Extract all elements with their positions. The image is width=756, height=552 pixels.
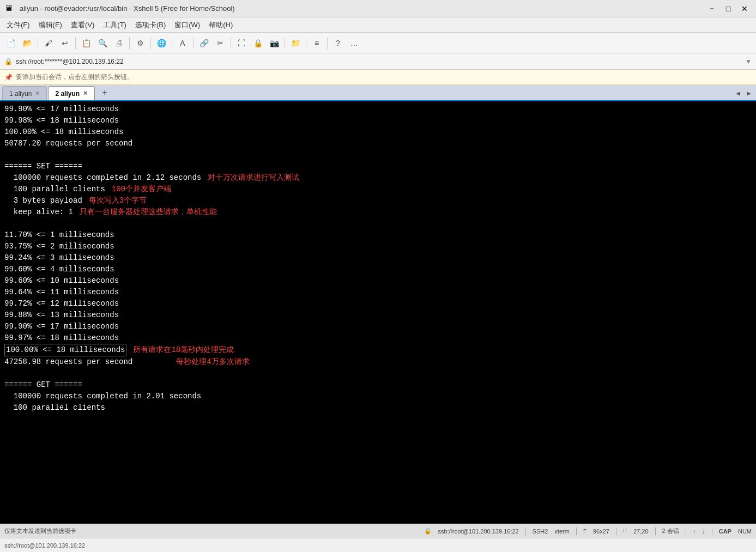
status-cap: CAP [719,528,731,535]
maximize-button[interactable]: □ [721,3,735,14]
status-upload-icon: ↑ [693,528,696,535]
term-line-get-header: ====== GET ====== [4,379,752,391]
tab-1-close[interactable]: ✕ [35,90,40,97]
menu-button[interactable]: ≡ [309,35,324,51]
print-button[interactable]: 🖨 [111,35,126,51]
term-line-set-3: 3 bytes payload 每次写入3个字节 [4,195,752,207]
app-icon: 🖥 [4,3,15,14]
term-line-p5: 99.60% <= 10 milliseconds [4,275,752,287]
info-icon: 📌 [4,74,13,81]
term-line-blank3 [4,368,752,379]
new-session-button[interactable]: 📄 [3,35,19,51]
term-line-p2: 93.75% <= 2 milliseconds [4,241,752,252]
status-bar: 仅将文本发送到当前选项卡 🔒 ssh://root@101.200.139.16… [0,524,756,538]
status-term: xterm [554,528,570,535]
menu-view[interactable]: 查看(V) [66,19,99,32]
inputbar-text: ssh://root@101.200.139.16:22 [4,542,85,549]
status-divider-6 [712,527,712,535]
term-line-3: 100.00% <= 18 milliseconds [4,126,752,138]
term-line-p11-highlighted: 100.00% <= 18 milliseconds 所有请求在18毫秒内处理完… [4,344,752,356]
menu-window[interactable]: 窗口(W) [170,19,204,32]
term-line-blank1 [4,149,752,161]
status-download-icon: ↓ [702,528,705,535]
menu-file[interactable]: 文件(F) [2,19,34,32]
tab-2-aliyun[interactable]: 2 aliyun ✕ [48,86,95,100]
address-text: ssh://root:*******@101.200.139.16:22 [16,58,745,65]
term-line-get-1: 100000 requests completed in 2.01 second… [4,391,752,402]
menu-edit[interactable]: 编辑(E) [34,19,66,32]
term-line-1: 99.90% <= 17 milliseconds [4,104,752,115]
menu-tabs[interactable]: 选项卡(B) [131,19,170,32]
close-button[interactable]: ✕ [737,3,752,14]
term-line-2: 99.98% <= 18 milliseconds [4,115,752,126]
properties-button[interactable]: ⚙ [132,35,148,51]
term-line-set-4: keep alive: 1 只有一台服务器处理这些请求，单机性能 [4,207,752,218]
term-line-get-2: 100 parallel clients [4,402,752,414]
status-num: NUM [738,528,752,535]
screenshot-button[interactable]: 📷 [267,35,282,51]
status-sessions: 2 会话 [662,527,679,535]
tab-nav-right-icon[interactable]: ▶ [744,88,754,98]
extra-button[interactable]: … [347,35,362,51]
status-lock-icon: 🔒 [424,527,432,535]
tab-2-close[interactable]: ✕ [83,90,88,97]
term-line-set-1: 100000 requests completed in 2.12 second… [4,172,752,184]
lock-button[interactable]: 🔒 [250,35,265,51]
font-button[interactable]: A [175,35,190,51]
folder-button[interactable]: 📁 [288,35,303,51]
window-title: aliyun - root@evader:/usr/local/bin - Xs… [20,4,705,13]
tab-nav-left-icon[interactable]: ◀ [733,88,743,98]
status-divider-5 [686,527,686,535]
term-line-set-2: 100 parallel clients 100个并发客户端 [4,184,752,195]
term-line-4: 50787.20 requests per second [4,138,752,149]
term-line-set-header: ====== SET ====== [4,161,752,172]
zoom-button[interactable]: 🔍 [95,35,110,51]
term-line-p9: 99.90% <= 17 milliseconds [4,321,752,332]
status-cols-rows: Γ [583,528,586,535]
info-bar: 📌 要添加当前会话，点击左侧的箭头按钮。 [0,70,756,85]
lock-icon: 🔒 [4,58,13,65]
help-button[interactable]: ? [330,35,346,51]
terminal[interactable]: 99.90% <= 17 milliseconds 99.98% <= 18 m… [0,101,756,524]
status-info-text: 仅将文本发送到当前选项卡 [4,527,424,535]
address-dropdown-icon[interactable]: ▼ [745,58,752,65]
title-bar: 🖥 aliyun - root@evader:/usr/local/bin - … [0,0,756,17]
tab-bar: 1 aliyun ✕ 2 aliyun ✕ + ◀ ▶ [0,85,756,101]
status-dimensions: 96x27 [593,528,609,535]
status-divider-2 [576,527,577,535]
term-line-p6: 99.64% <= 11 milliseconds [4,287,752,298]
term-line-p4: 99.60% <= 4 milliseconds [4,264,752,275]
status-position-icon: ∷ [623,527,627,535]
address-bar: 🔒 ssh://root:*******@101.200.139.16:22 ▼ [0,53,756,70]
status-divider-1 [525,527,526,535]
term-line-blank2 [4,218,752,229]
tab-1-label: 1 aliyun [9,90,32,98]
disconnect-button[interactable]: ✂ [213,35,228,51]
open-button[interactable]: 📂 [20,35,35,51]
info-text: 要添加当前会话，点击左侧的箭头按钮。 [16,72,134,82]
status-position: 27,20 [633,528,649,535]
term-line-p1: 11.70% <= 1 milliseconds [4,229,752,241]
globe-button[interactable]: 🌐 [154,35,169,51]
toolbar: 📄 📂 🖌 ↩ 📋 🔍 🖨 ⚙ 🌐 A 🔗 ✂ ⛶ 🔒 📷 📁 ≡ ? … [0,33,756,53]
fullscreen-button[interactable]: ⛶ [234,35,249,51]
minimize-button[interactable]: － [705,3,719,14]
copy-button[interactable]: 📋 [78,35,94,51]
menu-help[interactable]: 帮助(H) [204,19,237,32]
status-divider-4 [655,527,656,535]
menu-tools[interactable]: 工具(T) [99,19,131,32]
tab-1-aliyun[interactable]: 1 aliyun ✕ [2,86,47,100]
brush-button[interactable]: 🖌 [41,35,56,51]
term-line-p8: 99.88% <= 13 milliseconds [4,310,752,321]
status-divider-3 [616,527,616,535]
add-tab-button[interactable]: + [98,87,111,99]
term-line-p7: 99.72% <= 12 milliseconds [4,298,752,310]
term-line-p10: 99.97% <= 18 milliseconds [4,332,752,344]
menu-bar: 文件(F) 编辑(E) 查看(V) 工具(T) 选项卡(B) 窗口(W) 帮助(… [0,17,756,33]
undo-button[interactable]: ↩ [57,35,72,51]
status-ssh-address: ssh://root@101.200.139.16:22 [438,528,519,535]
tab-2-label: 2 aliyun [55,90,80,98]
term-line-p3: 99.24% <= 3 milliseconds [4,252,752,264]
connect-button[interactable]: 🔗 [196,35,211,51]
term-line-rps: 47258.98 requests per second 每秒处理4万多次请求 [4,356,752,368]
